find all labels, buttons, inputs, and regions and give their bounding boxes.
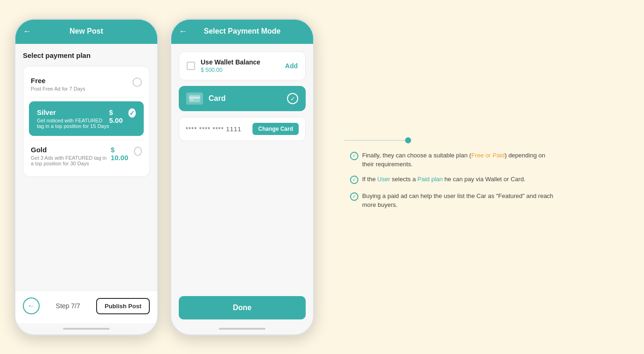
phone1: 12:11 ▶▶ ⚡ ▬ ← New Post Select payment p…: [14, 18, 159, 336]
phone2-home-bar: [171, 323, 313, 334]
check-circle-icon-2: ✓: [350, 176, 358, 184]
phone2-footer: Done: [171, 290, 313, 323]
svg-rect-2: [190, 99, 194, 100]
phone1-status-bar: 12:11 ▶▶ ⚡ ▬ ← New Post: [15, 20, 157, 44]
footer-back-icon: ←: [28, 302, 35, 310]
annotation-item-2: ✓ If the User selects a Paid plan he can…: [350, 175, 558, 184]
plan-free-right: [133, 77, 142, 87]
plan-gold-radio[interactable]: [134, 147, 142, 156]
connector-row: [344, 137, 558, 143]
plans-container: Free Post Free Ad for 7 Days Silver Get …: [23, 66, 150, 177]
phone2-body: Use Wallet Balance $ 500.00 Add Card: [171, 44, 313, 290]
card-selected-check: ✓: [287, 93, 298, 104]
wallet-amount: $ 500.00: [201, 67, 280, 73]
check-circle-icon-1: ✓: [350, 152, 358, 160]
connector-line: [344, 140, 405, 141]
home-bar2: [219, 328, 266, 330]
wallet-info: Use Wallet Balance $ 500.00: [201, 58, 280, 73]
step-indicator: Step 7/7: [56, 302, 80, 310]
plan-free[interactable]: Free Post Free Ad for 7 Days: [29, 71, 144, 98]
highlight-free-paid: Free or Paid: [471, 152, 505, 159]
phone2-back-button[interactable]: ←: [179, 27, 187, 36]
phone2-status-bar: 12:11 ▶▶ ⚡ ▬▬ ← Select Payment Mode: [171, 20, 313, 44]
footer-row: ← Step 7/7 Publish Post: [23, 297, 150, 314]
check-circle-icon-3: ✓: [350, 192, 358, 201]
footer-back-button[interactable]: ←: [23, 297, 40, 314]
plan-free-desc: Post Free Ad for 7 Days: [31, 86, 85, 92]
connector-dot: [405, 137, 411, 143]
highlight-user: User: [378, 176, 390, 183]
plan-gold-info: Gold Get 3 Ads with FEATURED tag in a to…: [31, 146, 111, 166]
phone1-header-title: New Post: [70, 27, 103, 35]
phone2: 12:11 ▶▶ ⚡ ▬▬ ← Select Payment Mode Use …: [170, 18, 315, 336]
change-card-button[interactable]: Change Card: [252, 123, 299, 135]
wallet-title: Use Wallet Balance: [201, 58, 280, 66]
annotation-item-1: ✓ Finally, they can choose a suitable pl…: [350, 151, 558, 169]
plan-silver-price: $ 5.00: [109, 108, 125, 124]
plan-silver-info: Silver Get noticed with FEATURED tag in …: [37, 108, 109, 129]
phone1-header: ← New Post: [15, 18, 157, 42]
annotation-section: ✓ Finally, they can choose a suitable pl…: [326, 128, 577, 227]
annotation-text-2: If the User selects a Paid plan he can p…: [362, 175, 525, 184]
plan-free-name: Free: [31, 77, 85, 85]
plan-gold-name: Gold: [31, 146, 111, 154]
plan-silver-radio[interactable]: ✓: [128, 108, 136, 118]
svg-rect-1: [189, 97, 200, 99]
card-payment-option[interactable]: Card ✓: [179, 86, 306, 111]
plan-free-radio[interactable]: [133, 78, 142, 87]
card-icon: [186, 92, 203, 105]
publish-post-button[interactable]: Publish Post: [96, 298, 150, 314]
plan-silver-right: $ 5.00 ✓: [109, 108, 136, 124]
plan-silver-name: Silver: [37, 108, 109, 116]
annotations-list: ✓ Finally, they can choose a suitable pl…: [344, 151, 558, 217]
payment-plan-title: Select payment plan: [23, 51, 150, 59]
plan-silver-desc: Get noticed with FEATURED tag in a top p…: [37, 118, 109, 129]
plan-gold-right: $ 10.00: [111, 146, 142, 162]
card-icon-box: Card: [186, 92, 225, 105]
card-label: Card: [209, 94, 225, 103]
spacer: [179, 147, 306, 283]
plan-gold-price: $ 10.00: [111, 146, 130, 162]
checkmark-icon: ✓: [129, 109, 135, 117]
phone2-header-title: Select Payment Mode: [204, 27, 281, 35]
plan-gold[interactable]: Gold Get 3 Ads with FEATURED tag in a to…: [29, 140, 144, 172]
annotation-text-1: Finally, they can choose a suitable plan…: [362, 151, 558, 169]
done-button[interactable]: Done: [179, 296, 306, 319]
wallet-checkbox[interactable]: [187, 62, 195, 70]
card-number-row: **** **** **** 1111 Change Card: [179, 117, 306, 141]
annotation-text-3: Buying a paid ad can help the user list …: [362, 191, 558, 210]
phones-container: 12:11 ▶▶ ⚡ ▬ ← New Post Select payment p…: [14, 18, 577, 336]
phone2-header: ← Select Payment Mode: [171, 18, 313, 42]
highlight-paid-plan: Paid plan: [418, 176, 443, 183]
annotation-item-3: ✓ Buying a paid ad can help the user lis…: [350, 191, 558, 210]
phone1-back-button[interactable]: ←: [23, 27, 31, 36]
add-wallet-button[interactable]: Add: [285, 62, 298, 70]
phone1-home-bar: [15, 323, 157, 334]
phone1-body: Select payment plan Free Post Free Ad fo…: [15, 44, 157, 290]
plan-silver[interactable]: Silver Get noticed with FEATURED tag in …: [29, 101, 144, 136]
home-bar: [63, 328, 110, 330]
phone1-footer: ← Step 7/7 Publish Post: [15, 290, 157, 323]
card-number-display: **** **** **** 1111: [186, 126, 241, 133]
wallet-balance-card[interactable]: Use Wallet Balance $ 500.00 Add: [179, 51, 306, 80]
plan-free-info: Free Post Free Ad for 7 Days: [31, 77, 85, 92]
plan-gold-desc: Get 3 Ads with FEATURED tag in a top pos…: [31, 155, 111, 166]
